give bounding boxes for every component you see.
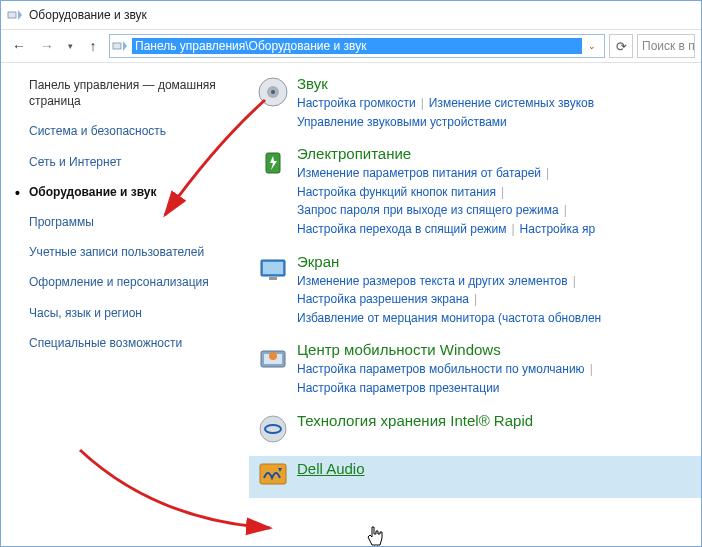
link-text-size[interactable]: Изменение размеров текста и других элеме… [297, 274, 568, 288]
address-bar[interactable]: Панель управления\Оборудование и звук ⌄ [109, 34, 605, 58]
category-intel-rapid: Технология хранения Intel® Rapid [249, 408, 701, 456]
sidebar-item-programs[interactable]: Программы [29, 214, 239, 230]
svg-point-4 [271, 90, 275, 94]
history-dropdown[interactable]: ▾ [63, 34, 77, 58]
category-title-dell-audio[interactable]: Dell Audio [297, 460, 701, 477]
category-title-power[interactable]: Электропитание [297, 145, 701, 162]
search-input[interactable]: Поиск в п [637, 34, 695, 58]
titlebar: Оборудование и звук [1, 1, 701, 29]
sidebar-item-users[interactable]: Учетные записи пользователей [29, 244, 239, 260]
link-manage-audio[interactable]: Управление звуковыми устройствами [297, 115, 507, 129]
sidebar: Панель управления — домашняя страница Си… [1, 63, 249, 546]
mobility-icon [249, 341, 297, 397]
sidebar-item-network[interactable]: Сеть и Интернет [29, 154, 239, 170]
sound-icon [249, 75, 297, 131]
category-title-mobility[interactable]: Центр мобильности Windows [297, 341, 701, 358]
sidebar-item-appearance[interactable]: Оформление и персонализация [29, 274, 239, 290]
category-title-sound[interactable]: Звук [297, 75, 701, 92]
link-system-sounds[interactable]: Изменение системных звуков [429, 96, 594, 110]
svg-rect-7 [263, 262, 283, 274]
power-icon [249, 145, 297, 238]
svg-rect-1 [113, 43, 121, 49]
link-power-buttons[interactable]: Настройка функций кнопок питания [297, 185, 496, 199]
category-title-display[interactable]: Экран [297, 253, 701, 270]
link-volume[interactable]: Настройка громкости [297, 96, 416, 110]
category-mobility: Центр мобильности Windows Настройка пара… [249, 337, 701, 407]
link-sleep[interactable]: Настройка перехода в спящий режим [297, 222, 506, 236]
sidebar-home[interactable]: Панель управления — домашняя страница [29, 77, 239, 109]
up-button[interactable]: ↑ [81, 34, 105, 58]
control-panel-window: Оборудование и звук ← → ▾ ↑ Панель управ… [0, 0, 702, 547]
svg-rect-0 [8, 12, 16, 18]
sidebar-item-clock[interactable]: Часы, язык и регион [29, 305, 239, 321]
window-title: Оборудование и звук [29, 8, 147, 22]
main-content: Звук Настройка громкости|Изменение систе… [249, 63, 701, 546]
svg-point-12 [260, 416, 286, 442]
svg-point-11 [269, 352, 277, 360]
display-icon [249, 253, 297, 328]
dell-audio-icon [249, 460, 297, 488]
svg-rect-8 [269, 277, 277, 280]
refresh-button[interactable]: ⟳ [609, 34, 633, 58]
category-dell-audio: Dell Audio [249, 456, 701, 498]
link-presentation[interactable]: Настройка параметров презентации [297, 381, 500, 395]
link-password-sleep[interactable]: Запрос пароля при выходе из спящего режи… [297, 203, 559, 217]
navbar: ← → ▾ ↑ Панель управления\Оборудование и… [1, 29, 701, 63]
category-sound: Звук Настройка громкости|Изменение систе… [249, 71, 701, 141]
sidebar-item-accessibility[interactable]: Специальные возможности [29, 335, 239, 351]
link-brightness[interactable]: Настройка яр [520, 222, 596, 236]
link-resolution[interactable]: Настройка разрешения экрана [297, 292, 469, 306]
back-button[interactable]: ← [7, 34, 31, 58]
hardware-sound-icon [7, 7, 23, 23]
category-power: Электропитание Изменение параметров пита… [249, 141, 701, 248]
link-mobility-default[interactable]: Настройка параметров мобильности по умол… [297, 362, 585, 376]
forward-button[interactable]: → [35, 34, 59, 58]
address-path: Панель управления\Оборудование и звук [132, 38, 582, 54]
link-battery[interactable]: Изменение параметров питания от батарей [297, 166, 541, 180]
hardware-sound-icon [112, 38, 128, 54]
intel-rapid-icon [249, 412, 297, 446]
address-dropdown[interactable]: ⌄ [582, 41, 602, 51]
link-flicker[interactable]: Избавление от мерцания монитора (частота… [297, 311, 601, 325]
body: Панель управления — домашняя страница Си… [1, 63, 701, 546]
category-title-intel[interactable]: Технология хранения Intel® Rapid [297, 412, 701, 429]
category-display: Экран Изменение размеров текста и других… [249, 249, 701, 338]
sidebar-item-hardware-sound[interactable]: Оборудование и звук [29, 184, 239, 200]
sidebar-item-system[interactable]: Система и безопасность [29, 123, 239, 139]
